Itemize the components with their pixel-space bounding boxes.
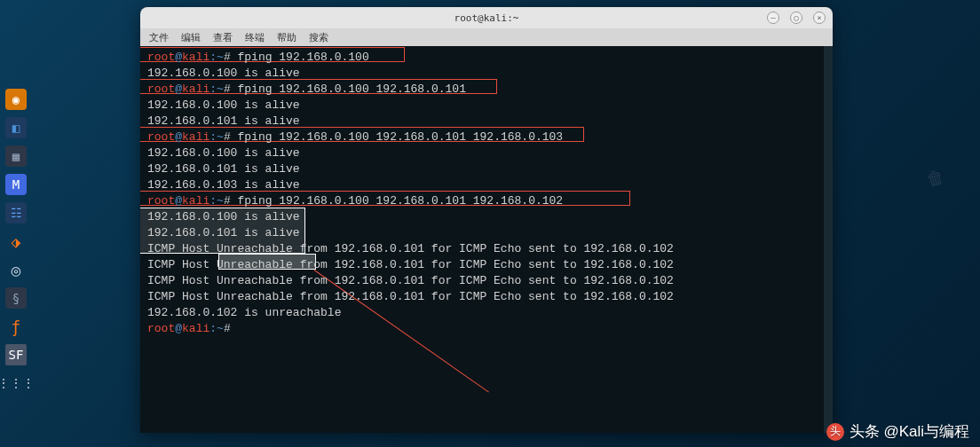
output-line: 192.168.0.102 is unreachable (147, 305, 826, 321)
output-line: 192.168.0.101 is alive (147, 225, 826, 241)
output-line: 192.168.0.100 is alive (147, 66, 826, 82)
dock-item-7[interactable]: ◎ (5, 259, 27, 280)
dock: ◉ ◧ ▦ M ☷ ⬗ ◎ § ƒ SF ⋮⋮⋮ (5, 89, 30, 394)
dock-item-4[interactable]: M (5, 174, 27, 195)
menu-file[interactable]: 文件 (149, 31, 169, 44)
output-line: 192.168.0.103 is alive (147, 177, 826, 193)
command-text: fping 192.168.0.100 (238, 51, 369, 64)
prompt-line: root@kali:~# fping 192.168.0.100 192.168… (147, 82, 826, 98)
close-button[interactable]: × (813, 12, 826, 24)
output-line: 192.168.0.101 is alive (147, 161, 826, 177)
scrollbar[interactable] (824, 46, 833, 433)
watermark-icon: 头 (826, 423, 844, 441)
dock-item-5[interactable]: ☷ (5, 202, 27, 224)
watermark-text: 头条 @Kali与编程 (850, 421, 969, 442)
prompt-line: root@kali:~# fping 192.168.0.100 (147, 50, 826, 66)
menubar: 文件 编辑 查看 终端 帮助 搜索 (140, 28, 833, 46)
watermark: 头 头条 @Kali与编程 (826, 421, 969, 442)
window-titlebar[interactable]: root@kali:~ – ○ × (140, 7, 833, 28)
dock-item-1[interactable]: ◉ (5, 89, 27, 110)
output-line: ICMP Host Unreachable from 192.168.0.101… (147, 273, 826, 289)
minimize-button[interactable]: – (767, 12, 779, 24)
dock-apps-icon[interactable]: ⋮⋮⋮ (5, 372, 27, 394)
command-text: fping 192.168.0.100 192.168.0.101 192.16… (238, 130, 564, 144)
dock-item-10[interactable]: SF (5, 344, 27, 365)
maximize-button[interactable]: ○ (790, 12, 802, 24)
window-title: root@kali:~ (454, 12, 519, 24)
output-line: ICMP Host Unreachable from 192.168.0.101… (147, 257, 826, 273)
output-line: 192.168.0.100 is alive (147, 98, 826, 114)
menu-view[interactable]: 查看 (213, 31, 233, 44)
menu-terminal[interactable]: 终端 (245, 31, 265, 44)
menu-edit[interactable]: 编辑 (181, 31, 201, 44)
prompt-line: root@kali:~# (147, 321, 826, 337)
dock-item-6[interactable]: ⬗ (5, 231, 27, 252)
prompt-line: root@kali:~# fping 192.168.0.100 192.168… (147, 193, 826, 209)
terminal-window: root@kali:~ – ○ × 文件 编辑 查看 终端 帮助 搜索 root… (140, 7, 833, 433)
prompt-user: root (147, 51, 175, 64)
output-line: 192.168.0.101 is alive (147, 114, 826, 129)
command-text: fping 192.168.0.100 192.168.0.101 (238, 82, 466, 96)
terminal-body[interactable]: root@kali:~# fping 192.168.0.100 192.168… (140, 46, 833, 433)
desktop-trash-icon[interactable]: 🗑 (924, 167, 946, 191)
menu-search[interactable]: 搜索 (309, 31, 328, 44)
output-line: ICMP Host Unreachable from 192.168.0.101… (147, 289, 826, 305)
dock-item-3[interactable]: ▦ (5, 145, 27, 167)
prompt-line: root@kali:~# fping 192.168.0.100 192.168… (147, 129, 826, 145)
dock-item-2[interactable]: ◧ (5, 117, 27, 138)
output-line: ICMP Host Unreachable from 192.168.0.101… (147, 241, 826, 257)
output-line: 192.168.0.100 is alive (147, 209, 826, 225)
menu-help[interactable]: 帮助 (277, 31, 296, 44)
dock-item-8[interactable]: § (5, 287, 27, 309)
dock-item-9[interactable]: ƒ (5, 316, 27, 337)
output-line: 192.168.0.100 is alive (147, 145, 826, 161)
command-text: fping 192.168.0.100 192.168.0.101 192.16… (238, 194, 564, 208)
